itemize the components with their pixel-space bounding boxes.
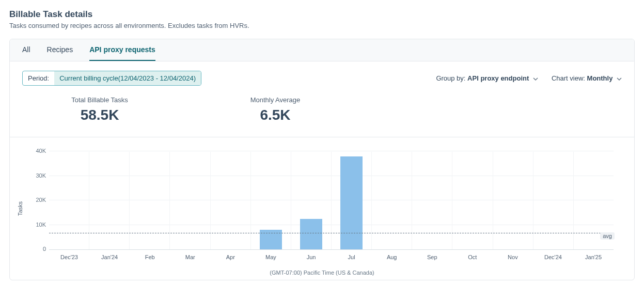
chart-x-tick: Mar — [170, 254, 210, 260]
chart-x-tick: Jun — [291, 254, 331, 260]
chart-y-axis-label: Tasks — [17, 201, 23, 216]
chevron-down-icon — [533, 76, 538, 82]
chart-x-labels: Dec'23Jan'24FebMarAprMayJunJulAugSepOctN… — [49, 254, 614, 260]
chart-view-value: Monthly — [587, 74, 613, 82]
chart-y-tick: 40K — [28, 148, 46, 154]
chart-x-tick: Aug — [372, 254, 412, 260]
chart-slot — [49, 152, 89, 249]
chart-slot — [412, 152, 452, 249]
chart-average-badge: avg — [600, 232, 615, 240]
group-by-label: Group by: — [436, 74, 465, 82]
chart-y-tick: 30K — [28, 172, 46, 179]
period-filter: Period: Current billing cycle(12/04/2023… — [22, 71, 201, 86]
stat-avg-value: 6.5K — [198, 107, 353, 123]
stat-total-value: 58.5K — [22, 107, 177, 123]
chart-average-line: avg — [49, 233, 614, 233]
chart-x-tick: Apr — [210, 254, 250, 260]
chart-plot: 010K20K30K40Kavg — [49, 152, 614, 250]
chevron-down-icon — [617, 76, 622, 82]
right-controls: Group by: API proxy endpoint Chart view:… — [436, 74, 622, 82]
tabs-bar: All Recipes API proxy requests — [10, 39, 634, 61]
chart-x-tick: Oct — [452, 254, 493, 260]
chart-x-tick: Feb — [130, 254, 170, 260]
chart-y-tick: 0 — [28, 246, 46, 252]
chart-x-tick: Nov — [493, 254, 533, 260]
chart-slot — [291, 152, 331, 249]
chart-slot — [331, 152, 371, 249]
chart-slot — [533, 152, 573, 249]
chart-x-tick: Jan'25 — [573, 254, 614, 260]
chart-timezone: (GMT-07:00) Pacific Time (US & Canada) — [22, 270, 622, 276]
chart-y-tick: 20K — [28, 197, 46, 203]
group-by-dropdown[interactable]: Group by: API proxy endpoint — [436, 74, 538, 82]
chart-x-tick: Dec'23 — [49, 254, 89, 260]
tab-api-proxy-requests[interactable]: API proxy requests — [89, 39, 155, 61]
stat-total-billable-tasks: Total Billable Tasks 58.5K — [22, 96, 177, 123]
period-label: Period: — [23, 71, 54, 85]
tab-all[interactable]: All — [22, 39, 30, 61]
chart-x-tick: Jul — [332, 254, 372, 260]
chart-y-tick: 10K — [28, 221, 46, 228]
chart-x-tick: Sep — [412, 254, 452, 260]
chart-bar[interactable] — [340, 156, 363, 250]
period-value[interactable]: Current billing cycle(12/04/2023 - 12/04… — [54, 71, 201, 85]
chart-x-tick: Dec'24 — [533, 254, 573, 260]
chart-slot — [452, 152, 492, 249]
chart-slot — [169, 152, 210, 249]
chart-container: Tasks 010K20K30K40Kavg Dec'23Jan'24FebMa… — [10, 137, 634, 280]
chart-x-tick: Jan'24 — [89, 254, 130, 260]
chart-slot — [129, 152, 169, 249]
page-title: Billable Task details — [9, 9, 635, 20]
chart-bar[interactable] — [300, 219, 322, 249]
stat-total-label: Total Billable Tasks — [22, 96, 177, 104]
chart-slot — [210, 152, 250, 249]
page-subtitle: Tasks consumed by recipes across all env… — [9, 22, 635, 29]
chart-slot — [250, 152, 291, 249]
stats-row: Total Billable Tasks 58.5K Monthly Avera… — [10, 86, 634, 137]
chart-view-label: Chart view: — [552, 74, 585, 82]
chart-slot — [89, 152, 129, 249]
tab-recipes[interactable]: Recipes — [47, 39, 73, 61]
chart-slot — [371, 152, 412, 249]
billable-card: All Recipes API proxy requests Period: C… — [9, 39, 635, 280]
chart-slot — [493, 152, 533, 249]
stat-monthly-average: Monthly Average 6.5K — [198, 96, 353, 123]
chart-view-dropdown[interactable]: Chart view: Monthly — [552, 74, 622, 82]
filter-row: Period: Current billing cycle(12/04/2023… — [10, 61, 634, 86]
chart-x-tick: May — [250, 254, 291, 260]
group-by-value: API proxy endpoint — [467, 74, 529, 82]
stat-avg-label: Monthly Average — [198, 96, 353, 104]
chart-area: 010K20K30K40Kavg Dec'23Jan'24FebMarAprMa… — [49, 152, 614, 265]
